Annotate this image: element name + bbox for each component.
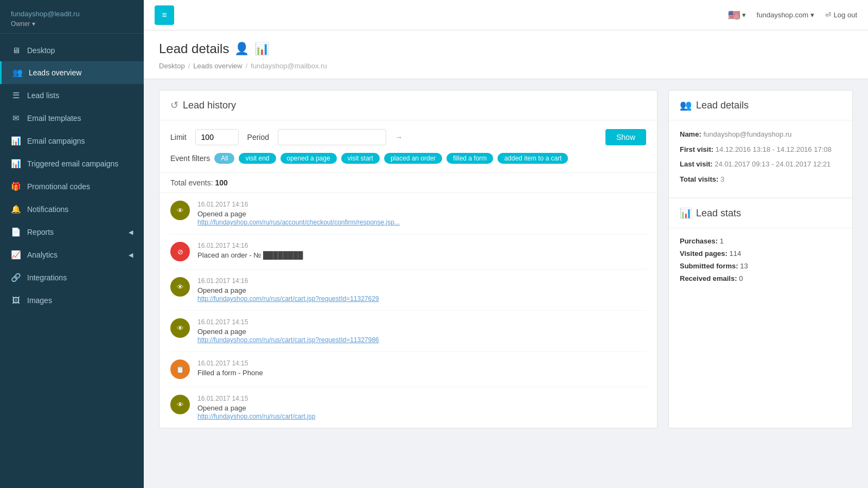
- breadcrumb-current: fundayshop@mailbox.ru: [251, 62, 327, 70]
- event-icon-5: 📋: [170, 359, 190, 379]
- event-item: 👁 16.01.2017 14:16 Opened a page http://…: [170, 269, 646, 311]
- sidebar: fundayshop@leadit.ru Owner ▾ 🖥 Desktop 👥…: [0, 0, 144, 488]
- sidebar-user-email: fundayshop@leadit.ru: [11, 10, 133, 18]
- lead-last-visit-row: Last visit: 24.01.2017 09:13 - 24.01.201…: [680, 159, 841, 170]
- nav-icon-lead-lists: ☰: [11, 91, 21, 100]
- event-filters-label: Event filters: [170, 154, 210, 163]
- page-title: Lead details 👤 📊: [159, 41, 853, 56]
- domain-selector[interactable]: fundayshop.com ▾: [757, 11, 814, 19]
- event-time-4: 16.01.2017 14:15: [197, 318, 646, 326]
- logout-button[interactable]: ⏎ Log out: [825, 11, 857, 19]
- flag-icon: 🇺🇸: [728, 9, 740, 21]
- page-header: Lead details 👤 📊 Desktop / Leads overvie…: [144, 30, 868, 79]
- lead-name-row: Name: fundayshop@fundayshop.ru: [680, 129, 841, 140]
- lead-details-panel-header: 👥 Lead details: [669, 91, 852, 120]
- main-wrapper: ≡ 🇺🇸 ▾ fundayshop.com ▾ ⏎ Log out Lead d…: [144, 0, 868, 488]
- event-content-5: 16.01.2017 14:15 Filled a form - Phone: [197, 359, 646, 377]
- breadcrumb-leads-overview[interactable]: Leads overview: [193, 62, 242, 70]
- event-desc-3: Opened a page http://fundayshop.com/ru/r…: [197, 286, 646, 303]
- filter-tag-added-cart[interactable]: added item to a cart: [497, 153, 568, 164]
- event-desc-2: Placed an order - № ████████: [197, 251, 646, 259]
- sidebar-item-integrations[interactable]: 🔗 Integrations: [0, 266, 144, 289]
- breadcrumb-desktop[interactable]: Desktop: [159, 62, 185, 70]
- purchases-row: Purchases: 1: [680, 237, 841, 245]
- event-icon-2: ⊘: [170, 242, 190, 261]
- nav-icon-triggered-campaigns: 📊: [11, 159, 21, 169]
- event-item: 👁 16.01.2017 14:15 Opened a page http://…: [170, 387, 646, 428]
- limit-input[interactable]: [195, 129, 239, 145]
- sidebar-item-images[interactable]: 🖼 Images: [0, 289, 144, 311]
- lead-stats-panel-header: 📊 Lead stats: [669, 198, 852, 228]
- lead-details-icon: 👥: [680, 99, 692, 111]
- sidebar-role-dropdown[interactable]: Owner ▾: [11, 20, 133, 28]
- limit-label: Limit: [170, 133, 187, 142]
- event-item: ⊘ 16.01.2017 14:16 Placed an order - № █…: [170, 234, 646, 269]
- language-selector[interactable]: 🇺🇸 ▾: [728, 9, 746, 21]
- filter-tag-filled-form[interactable]: filled a form: [446, 153, 493, 164]
- event-content-3: 16.01.2017 14:16 Opened a page http://fu…: [197, 277, 646, 303]
- sidebar-item-lead-lists[interactable]: ☰ Lead lists: [0, 84, 144, 107]
- filter-tag-visit-start[interactable]: visit start: [341, 153, 380, 164]
- sidebar-item-notifications[interactable]: 🔔 Notifications: [0, 198, 144, 221]
- filter-row-limit: Limit Period → Show: [170, 129, 646, 145]
- sidebar-header: fundayshop@leadit.ru Owner ▾: [0, 0, 144, 34]
- lead-first-visit-row: First visit: 14.12.2016 13:18 - 14.12.20…: [680, 144, 841, 155]
- event-desc-6: Opened a page http://fundayshop.com/ru/r…: [197, 404, 646, 420]
- event-content-6: 16.01.2017 14:15 Opened a page http://fu…: [197, 395, 646, 420]
- filter-tag-opened-page[interactable]: opened a page: [280, 153, 337, 164]
- nav-label-leads-overview: Leads overview: [29, 68, 81, 77]
- lead-details-section: Name: fundayshop@fundayshop.ru First vis…: [669, 120, 852, 198]
- event-item: 👁 16.01.2017 14:15 Opened a page http://…: [170, 311, 646, 352]
- lead-stats-icon: 📊: [680, 207, 692, 219]
- event-list[interactable]: 👁 16.01.2017 14:16 Opened a page http://…: [159, 193, 657, 428]
- event-link-1[interactable]: http://fundayshop.com/ru/rus/account/che…: [197, 219, 400, 226]
- sidebar-item-reports[interactable]: 📄 Reports ◀: [0, 221, 144, 243]
- nav-label-promotional-codes: Promotional codes: [27, 182, 90, 191]
- event-icon-4: 👁: [170, 318, 190, 338]
- sidebar-item-desktop[interactable]: 🖥 Desktop: [0, 39, 144, 61]
- event-time-3: 16.01.2017 14:16: [197, 277, 646, 285]
- event-item: 📋 16.01.2017 14:15 Filled a form - Phone: [170, 352, 646, 387]
- event-icon-3: 👁: [170, 277, 190, 297]
- sidebar-item-email-campaigns[interactable]: 📊 Email campaigns: [0, 130, 144, 152]
- nav-label-email-campaigns: Email campaigns: [27, 137, 85, 145]
- main-grid: ↺ Lead history Limit Period → Show Event…: [159, 90, 853, 428]
- event-item: 👁 16.01.2017 14:16 Opened a page http://…: [170, 193, 646, 234]
- sidebar-item-email-templates[interactable]: ✉ Email templates: [0, 107, 144, 130]
- nav-label-integrations: Integrations: [27, 273, 67, 282]
- hamburger-button[interactable]: ≡: [155, 5, 174, 25]
- sidebar-nav: 🖥 Desktop 👥 Leads overview ☰ Lead lists …: [0, 34, 144, 317]
- sidebar-item-leads-overview[interactable]: 👥 Leads overview: [0, 61, 144, 84]
- nav-label-lead-lists: Lead lists: [27, 91, 59, 100]
- pie-chart-icon: 📊: [254, 42, 269, 56]
- event-desc-1: Opened a page http://fundayshop.com/ru/r…: [197, 210, 646, 226]
- event-link-4[interactable]: http://fundayshop.com/ru/rus/cart/cart.j…: [197, 336, 379, 344]
- nav-icon-desktop: 🖥: [11, 46, 21, 55]
- sidebar-item-triggered-campaigns[interactable]: 📊 Triggered email campaigns: [0, 152, 144, 175]
- nav-label-notifications: Notifications: [27, 205, 68, 214]
- event-icon-6: 👁: [170, 395, 190, 414]
- filter-tag-placed-order[interactable]: placed an order: [384, 153, 442, 164]
- nav-icon-reports: 📄: [11, 227, 21, 237]
- breadcrumb: Desktop / Leads overview / fundayshop@ma…: [159, 62, 853, 70]
- topbar: ≡ 🇺🇸 ▾ fundayshop.com ▾ ⏎ Log out: [144, 0, 868, 30]
- lead-history-header: ↺ Lead history: [159, 91, 657, 120]
- sidebar-item-analytics[interactable]: 📈 Analytics ◀: [0, 243, 144, 266]
- show-button[interactable]: Show: [605, 129, 646, 145]
- filter-tag-all[interactable]: All: [214, 153, 234, 164]
- event-desc-5: Filled a form - Phone: [197, 369, 646, 377]
- sidebar-item-promotional-codes[interactable]: 🎁 Promotional codes: [0, 175, 144, 198]
- filter-tag-visit-end[interactable]: visit end: [239, 153, 276, 164]
- period-arrow-icon: →: [395, 133, 403, 142]
- lead-history-panel: ↺ Lead history Limit Period → Show Event…: [159, 90, 658, 428]
- lead-total-visits-row: Total visits: 3: [680, 174, 841, 185]
- event-link-3[interactable]: http://fundayshop.com/ru/rus/cart/cart.j…: [197, 295, 379, 303]
- content-area: Lead details 👤 📊 Desktop / Leads overvie…: [144, 30, 868, 488]
- nav-icon-integrations: 🔗: [11, 273, 21, 282]
- period-input[interactable]: [278, 129, 386, 145]
- logout-icon: ⏎: [825, 11, 831, 19]
- event-time-5: 16.01.2017 14:15: [197, 359, 646, 367]
- nav-label-analytics: Analytics: [27, 251, 58, 259]
- event-link-6[interactable]: http://fundayshop.com/ru/rus/cart/cart.j…: [197, 413, 315, 420]
- history-filters: Limit Period → Show Event filters Allvis…: [159, 120, 657, 173]
